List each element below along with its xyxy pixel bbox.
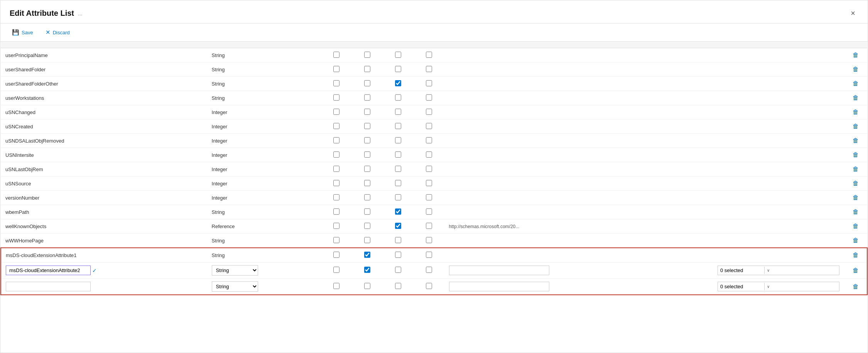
checkbox-1[interactable] (333, 123, 339, 129)
extra-input[interactable] (449, 282, 549, 291)
checkbox-1[interactable] (333, 223, 339, 229)
delete-button[interactable]: 🗑 (850, 208, 861, 216)
checkbox-1[interactable] (333, 66, 339, 72)
checkbox-4[interactable] (426, 283, 432, 289)
checkbox-4[interactable] (426, 52, 432, 58)
checkbox-2[interactable] (364, 180, 370, 186)
checkbox-1[interactable] (333, 283, 339, 289)
checkbox-2[interactable] (364, 166, 370, 172)
checkbox-4[interactable] (426, 208, 432, 215)
checkbox-4[interactable] (426, 237, 432, 243)
checkbox-3[interactable] (395, 151, 401, 158)
checkbox-2[interactable] (364, 80, 370, 86)
checkbox-4[interactable] (426, 223, 432, 229)
checkbox-2[interactable] (364, 237, 370, 243)
close-button[interactable]: × (848, 7, 858, 19)
checkbox-3[interactable] (395, 94, 401, 101)
checkbox-3[interactable] (395, 137, 401, 143)
checkbox-4[interactable] (426, 151, 432, 158)
checkbox-4[interactable] (426, 194, 432, 200)
checkbox-1[interactable] (333, 180, 339, 186)
name-input[interactable] (6, 266, 91, 275)
checkbox-1[interactable] (333, 237, 339, 243)
checkbox-2[interactable] (364, 252, 370, 258)
checkbox-4[interactable] (426, 180, 432, 186)
extra-input[interactable] (449, 266, 549, 275)
delete-button[interactable]: 🗑 (850, 136, 861, 145)
checkbox-4[interactable] (426, 80, 432, 86)
delete-button[interactable]: 🗑 (850, 236, 861, 245)
checkbox-4[interactable] (426, 252, 432, 258)
checkbox-3[interactable] (395, 208, 401, 215)
selected-input[interactable] (718, 282, 764, 291)
checkbox-2[interactable] (364, 123, 370, 129)
checkbox-2[interactable] (364, 52, 370, 58)
checkbox-1[interactable] (333, 94, 339, 101)
delete-button[interactable]: 🗑 (850, 193, 861, 202)
checkbox-2[interactable] (364, 208, 370, 215)
type-select[interactable]: StringIntegerBooleanReferenceDateTime (212, 265, 258, 276)
chevron-down-icon[interactable]: ∨ (764, 267, 772, 274)
checkbox-1[interactable] (333, 80, 339, 86)
checkbox-4[interactable] (426, 267, 432, 273)
type-select[interactable]: StringIntegerBooleanReferenceDateTime (212, 281, 258, 292)
checkbox-4[interactable] (426, 137, 432, 143)
checkbox-3[interactable] (395, 80, 401, 86)
checkbox-1[interactable] (333, 52, 339, 58)
checkbox-1[interactable] (333, 194, 339, 200)
checkbox-1[interactable] (333, 208, 339, 215)
delete-button[interactable]: 🗑 (850, 108, 861, 116)
delete-button[interactable]: 🗑 (850, 65, 861, 74)
checkbox-2[interactable] (364, 267, 370, 273)
selected-input[interactable] (718, 266, 764, 275)
checkbox-4[interactable] (426, 123, 432, 129)
checkbox-1[interactable] (333, 109, 339, 115)
checkbox-3[interactable] (395, 166, 401, 172)
checkbox-1[interactable] (333, 166, 339, 172)
checkbox-4[interactable] (426, 94, 432, 101)
checkbox-2[interactable] (364, 94, 370, 101)
chevron-down-icon[interactable]: ∨ (764, 283, 772, 290)
checkbox-3[interactable] (395, 180, 401, 186)
checkbox-3[interactable] (395, 109, 401, 115)
delete-button[interactable]: 🗑 (850, 122, 861, 131)
checkbox-2[interactable] (364, 194, 370, 200)
checkbox-2[interactable] (364, 109, 370, 115)
checkbox-2[interactable] (364, 137, 370, 143)
checkbox-2[interactable] (364, 283, 370, 289)
checkbox-1[interactable] (333, 252, 339, 258)
checkbox-4[interactable] (426, 109, 432, 115)
checkbox-2[interactable] (364, 66, 370, 72)
discard-button[interactable]: ✕ Discard (43, 27, 72, 37)
delete-button[interactable]: 🗑 (850, 222, 861, 230)
checkbox-3[interactable] (395, 52, 401, 58)
delete-button[interactable]: 🗑 (850, 282, 861, 291)
checkbox-3[interactable] (395, 283, 401, 289)
checkbox-3[interactable] (395, 66, 401, 72)
checkbox-4[interactable] (426, 166, 432, 172)
checkbox-3[interactable] (395, 252, 401, 258)
checkbox-1[interactable] (333, 137, 339, 143)
delete-button[interactable]: 🗑 (850, 51, 861, 59)
selected-combo[interactable]: ∨ (718, 282, 839, 291)
checkbox-1[interactable] (333, 151, 339, 158)
name-input-empty[interactable] (6, 282, 91, 291)
delete-button[interactable]: 🗑 (850, 94, 861, 102)
selected-combo[interactable]: ∨ (718, 266, 839, 275)
checkbox-3[interactable] (395, 123, 401, 129)
delete-button[interactable]: 🗑 (850, 179, 861, 188)
checkbox-3[interactable] (395, 237, 401, 243)
checkbox-3[interactable] (395, 194, 401, 200)
delete-button[interactable]: 🗑 (850, 165, 861, 173)
checkbox-2[interactable] (364, 151, 370, 158)
checkbox-3[interactable] (395, 267, 401, 273)
checkbox-3[interactable] (395, 223, 401, 229)
save-button[interactable]: 💾 Save (10, 27, 35, 37)
delete-button[interactable]: 🗑 (850, 151, 861, 159)
delete-button[interactable]: 🗑 (850, 79, 861, 88)
checkbox-2[interactable] (364, 223, 370, 229)
checkbox-4[interactable] (426, 66, 432, 72)
checkbox-1[interactable] (333, 267, 339, 273)
delete-button[interactable]: 🗑 (850, 251, 861, 259)
delete-button[interactable]: 🗑 (850, 266, 861, 275)
